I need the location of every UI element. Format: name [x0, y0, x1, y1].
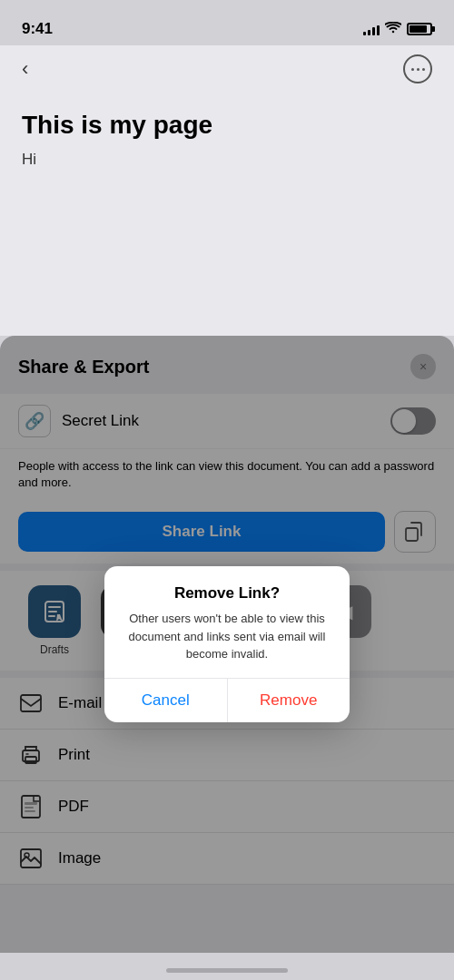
remove-link-modal: Remove Link? Other users won't be able t… — [104, 566, 350, 722]
modal-overlay: Remove Link? Other users won't be able t… — [0, 336, 454, 953]
wifi-icon — [385, 22, 401, 37]
back-button[interactable]: ‹ — [22, 57, 28, 81]
share-export-sheet: Share & Export × 🔗 Secret Link People wi… — [0, 336, 454, 953]
home-indicator — [166, 968, 288, 973]
battery-icon — [407, 23, 432, 35]
signal-bars-icon — [363, 23, 380, 35]
status-time: 9:41 — [22, 20, 53, 38]
cancel-button[interactable]: Cancel — [104, 679, 228, 722]
nav-bar: ‹ — [22, 45, 432, 93]
modal-body: Remove Link? Other users won't be able t… — [104, 566, 350, 678]
page-background: ‹ This is my page Hi — [0, 45, 454, 336]
modal-message: Other users won't be able to view this d… — [119, 610, 335, 663]
modal-title: Remove Link? — [119, 584, 335, 603]
more-button[interactable] — [403, 54, 432, 83]
status-icons — [363, 22, 432, 37]
status-bar: 9:41 — [0, 0, 454, 45]
remove-button[interactable]: Remove — [228, 679, 350, 722]
modal-actions: Cancel Remove — [104, 678, 350, 722]
page-title: This is my page — [22, 111, 432, 140]
page-content: Hi — [22, 151, 432, 169]
